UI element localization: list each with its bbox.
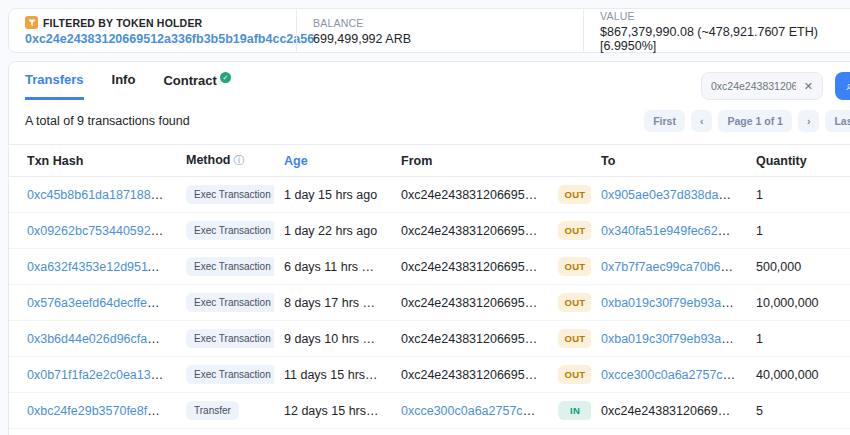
method-badge: Exec Transaction [186, 365, 274, 384]
method-cell: Exec Transaction [176, 285, 274, 321]
from-address-cell: 0xc24e24383120669512... [391, 249, 548, 285]
age-cell: 6 days 11 hrs ago [274, 249, 391, 285]
table-row: 0x3b6d44e026d96cfa2e... Exec Transaction… [9, 321, 850, 357]
quantity-cell: 10,000,000 [746, 285, 850, 321]
quantity-cell: 40,000,000 [746, 357, 850, 393]
direction-cell: OUT [548, 429, 591, 435]
txn-hash-link[interactable]: 0x3b6d44e026d96cfa2e... [27, 332, 172, 346]
quantity-cell: 5 [746, 393, 850, 429]
info-icon[interactable]: ⓘ [233, 154, 244, 166]
direction-badge: OUT [558, 365, 591, 384]
next-page-icon[interactable]: › [798, 110, 820, 132]
value-amount: $867,379,990.08 (~478,921.7607 ETH) [6.9… [600, 25, 850, 53]
prev-page-icon[interactable]: ‹ [691, 110, 713, 132]
from-address: 0xc24e24383120669512... [401, 332, 548, 346]
from-address: 0xc24e24383120669512... [401, 224, 548, 238]
first-page-button[interactable]: First [644, 110, 685, 132]
quantity-cell: 1 [746, 213, 850, 249]
txn-hash-cell: 0x3b6d44e026d96cfa2e... [9, 321, 176, 357]
to-address-cell: 0xc24e24383120669512... [591, 393, 746, 429]
header-quantity: Quantity [746, 145, 850, 177]
to-address[interactable]: 0xcce300c0a6a2757c66f... [601, 368, 746, 382]
table-row: 0x09262bc75344059251... Exec Transaction… [9, 213, 850, 249]
method-cell: Exec Transaction [176, 321, 274, 357]
direction-badge: OUT [558, 221, 591, 240]
page-status: Page 1 of 1 [718, 110, 791, 132]
last-page-button[interactable]: Last [825, 110, 850, 132]
method-badge: Exec Transaction [186, 293, 274, 312]
method-badge: Transfer [186, 401, 239, 420]
direction-cell: OUT [548, 285, 591, 321]
token-holder-address-link[interactable]: 0xc24e24383120669512a336fb3b5b19afb4cc2a… [25, 32, 280, 46]
method-cell: Exec Transaction [176, 249, 274, 285]
from-address[interactable]: 0xcce300c0a6a2757c66f... [401, 404, 548, 418]
method-cell: Exec Transaction [176, 177, 274, 213]
to-address[interactable]: 0x905ae0e37d838da462... [601, 188, 746, 202]
table-row: 0x576a3eefd64decffee9... Exec Transactio… [9, 285, 850, 321]
txn-hash-link[interactable]: 0x576a3eefd64decffee9... [27, 296, 171, 310]
transfers-table-body: 0xc45b8b61da18718850... Exec Transaction… [9, 177, 850, 435]
header-txn-hash: Txn Hash [9, 145, 176, 177]
tab-contract[interactable]: Contract✓ [163, 72, 230, 100]
balance-section: BALANCE 699,499,992 ARB [296, 9, 583, 52]
pagination: First ‹ Page 1 of 1 › Last [644, 110, 850, 132]
from-address: 0xc24e24383120669512... [401, 260, 548, 274]
header-direction [548, 145, 591, 177]
to-address[interactable]: 0x7b7f7aec99ca70b62a... [601, 260, 745, 274]
method-cell: Transfer [176, 393, 274, 429]
method-badge: Exec Transaction [186, 257, 274, 276]
from-address-cell: 0xc24e24383120669512... [391, 357, 548, 393]
method-badge: Exec Transaction [186, 221, 274, 240]
txn-hash-cell: 0xbc24fe29b3570fe8f78... [9, 393, 176, 429]
tab-bar: Transfers Info Contract✓ [25, 72, 231, 100]
balance-value: 699,499,992 ARB [313, 32, 567, 46]
direction-cell: OUT [548, 249, 591, 285]
clear-search-icon[interactable]: ✕ [804, 81, 813, 92]
transfers-panel: Transfers Info Contract✓ 0xc24e243831206… [8, 61, 850, 435]
to-address[interactable]: 0xba019c30f79eb93a00... [601, 332, 746, 346]
table-header-row: Txn Hash Methodⓘ Age From To Quantity [9, 145, 850, 177]
direction-cell: OUT [548, 357, 591, 393]
from-address-cell: 0xc24e24383120669512... [391, 429, 548, 435]
table-row: 0xbc24fe29b3570fe8f78... Transfer 12 day… [9, 393, 850, 429]
txn-hash-link[interactable]: 0xa632f4353e12d9511f4... [27, 260, 175, 274]
age-cell: 8 days 17 hrs ago [274, 285, 391, 321]
txn-hash-link[interactable]: 0x0b71f1fa2e2c0ea13b0... [27, 368, 175, 382]
from-address-cell: 0xcce300c0a6a2757c66f... [391, 393, 548, 429]
txn-hash-link[interactable]: 0x09262bc75344059251... [27, 224, 175, 238]
to-address-cell: 0x340fa51e949fec62c43... [591, 213, 746, 249]
to-address-cell: 0xcce300c0a6a2757c66f... [591, 357, 746, 393]
txn-hash-cell: 0xa632f4353e12d9511f4... [9, 249, 176, 285]
to-address[interactable]: 0x340fa51e949fec62c43... [601, 224, 746, 238]
tab-transfers[interactable]: Transfers [25, 72, 84, 100]
search-icon: ⌕ [846, 78, 850, 94]
header-age[interactable]: Age [274, 145, 391, 177]
from-address-cell: 0xc24e24383120669512... [391, 321, 548, 357]
txn-hash-cell: 0xc45b8b61da18718850... [9, 177, 176, 213]
to-address[interactable]: 0xba019c30f79eb93a00... [601, 296, 746, 310]
direction-cell: OUT [548, 177, 591, 213]
quantity-cell: 10 [746, 429, 850, 435]
search-button[interactable]: ⌕ [835, 72, 850, 100]
balance-label: BALANCE [313, 17, 567, 29]
method-cell: Exec Transaction [176, 213, 274, 249]
age-cell: 1 day 22 hrs ago [274, 213, 391, 249]
txn-hash-link[interactable]: 0xc45b8b61da18718850... [27, 188, 175, 202]
method-badge: Exec Transaction [186, 185, 274, 204]
age-cell: 1 day 15 hrs ago [274, 177, 391, 213]
filtered-by-label: FILTERED BY TOKEN HOLDER [43, 17, 202, 29]
tab-info[interactable]: Info [112, 72, 136, 100]
tab-contract-label: Contract [163, 73, 216, 88]
search-input[interactable]: 0xc24e24383120669512a336fb3b... ✕ [701, 72, 823, 100]
quantity-cell: 500,000 [746, 249, 850, 285]
txn-hash-cell: 0x21c85d2989f004f459d... [9, 429, 176, 435]
direction-badge: OUT [558, 257, 591, 276]
txn-hash-link[interactable]: 0xbc24fe29b3570fe8f78... [27, 404, 172, 418]
value-section: VALUE $867,379,990.08 (~478,921.7607 ETH… [583, 9, 850, 52]
direction-badge: OUT [558, 293, 591, 312]
to-address-cell: 0x7b7f7aec99ca70b62a... [591, 249, 746, 285]
tabs-row: Transfers Info Contract✓ 0xc24e243831206… [9, 62, 850, 100]
header-from: From [391, 145, 548, 177]
txn-hash-cell: 0x09262bc75344059251... [9, 213, 176, 249]
direction-cell: OUT [548, 213, 591, 249]
